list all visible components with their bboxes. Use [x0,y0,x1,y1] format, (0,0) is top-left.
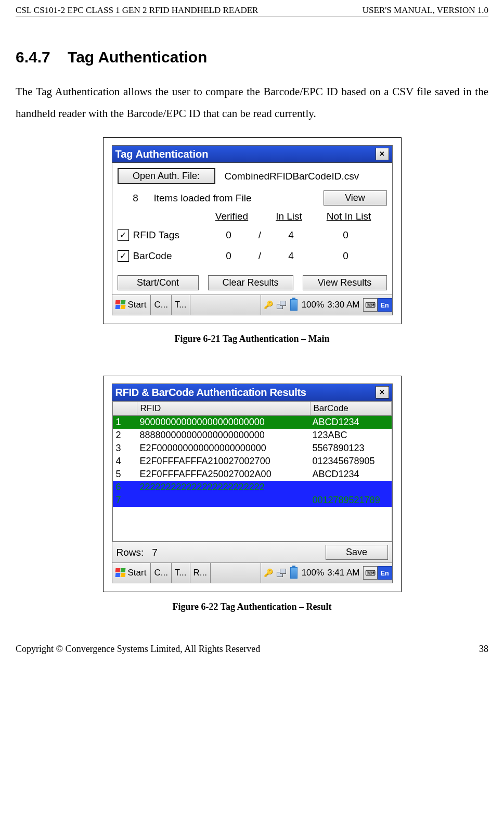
clear-results-button[interactable]: Clear Results [208,275,293,290]
cell-barcode: 012345678905 [309,455,392,468]
items-loaded-label: Items loaded from File [154,193,324,204]
results-bottom-bar: Rows: 7 Save [112,542,392,562]
page-header: CSL CS101-2 EPC CLASS 1 GEN 2 RFID HANDH… [16,5,488,17]
rows-label: Rows: [117,547,144,558]
battery-percent: 100% [302,300,324,310]
cell-index: 1 [113,416,137,429]
table-row[interactable]: 70012789521789 [113,494,392,507]
close-icon[interactable]: × [376,148,389,160]
results-window: RFID & BarCode Authentication Results × … [112,383,393,583]
barcode-notinlist: 0 [317,250,374,262]
cell-barcode: 5567890123 [309,442,392,455]
cell-index: 7 [113,494,137,507]
table-row[interactable]: 2888800000000000000000000123ABC [113,429,392,442]
header-right: USER'S MANUAL, VERSION 1.0 [363,5,488,16]
close-icon[interactable]: × [376,386,389,399]
window-title: Tag Authentication [115,148,376,160]
keyboard-icon[interactable]: ⌨ [363,566,378,580]
save-button[interactable]: Save [326,545,388,560]
cell-index: 3 [113,442,137,455]
rfid-checkbox[interactable]: ✓ [118,229,129,241]
taskbar: Start C... T... R... 🔑 100% 3:41 AM ⌨ En [112,562,392,583]
key-icon[interactable]: 🔑 [264,568,274,578]
barcode-checkbox[interactable]: ✓ [118,250,129,262]
clock: 3:30 AM [327,300,359,310]
table-row[interactable]: 4E2F0FFFAFFFA210027002700012345678905 [113,455,392,468]
cell-index: 2 [113,429,137,442]
view-results-button[interactable]: View Results [303,275,387,290]
input-language-indicator[interactable]: En [378,298,392,312]
rfid-inlist: 4 [265,229,317,241]
cell-rfid [137,494,309,507]
col-rfid: RFID [137,402,311,415]
figure-2-caption: Figure 6-22 Tag Authentication – Result [16,601,488,612]
start-menu-button[interactable]: Start [112,295,151,315]
col-barcode: BarCode [311,402,392,415]
key-icon[interactable]: 🔑 [264,300,274,310]
items-count: 8 [118,193,154,204]
system-tray: 🔑 100% 3:41 AM [261,563,363,583]
table-row[interactable]: 6222222222222222222222222 [113,481,392,494]
cell-index: 5 [113,468,137,481]
cell-barcode [309,481,392,494]
barcode-inlist: 4 [265,250,317,262]
footer-left: Copyright © Convergence Systems Limited,… [16,644,260,655]
window-titlebar[interactable]: Tag Authentication × [112,146,392,163]
col-notinlist: Not In List [315,211,383,222]
cell-barcode: ABCD1234 [309,416,392,429]
start-label: Start [128,568,147,578]
cell-rfid: E2F0FFFAFFFA250027002A00 [137,468,309,481]
windows-logo-icon [115,568,126,578]
start-menu-button[interactable]: Start [112,563,151,583]
col-inlist: In List [263,211,315,222]
auth-file-name: CombinedRFIDBarCodeID.csv [225,171,359,182]
figure-1-frame: Tag Authentication × Open Auth. File: Co… [103,137,402,324]
table-row[interactable]: 5E2F0FFFAFFFA250027002A00ABCD1234 [113,468,392,481]
cell-rfid: E2F0FFFAFFFA210027002700 [137,455,309,468]
section-heading: 6.4.7 Tag Authentication [16,48,488,66]
taskbar-item-t[interactable]: T... [172,563,190,583]
window-title: RFID & BarCode Authentication Results [115,387,376,399]
rfid-verified: 0 [203,229,255,241]
rows-value: 7 [152,547,158,558]
taskbar-item-r[interactable]: R... [190,563,211,583]
network-icon[interactable] [277,568,286,578]
cell-rfid: 222222222222222222222222 [137,481,309,494]
battery-percent: 100% [302,568,324,578]
taskbar-item-t[interactable]: T... [172,295,190,315]
view-button[interactable]: View [324,190,387,206]
rfid-notinlist: 0 [317,229,374,241]
cell-barcode: 123ABC [309,429,392,442]
window-titlebar[interactable]: RFID & BarCode Authentication Results × [112,384,392,401]
battery-icon[interactable] [289,300,299,310]
clock: 3:41 AM [327,568,359,578]
rfid-row-label: RFID Tags [133,229,203,241]
battery-icon[interactable] [289,568,299,578]
slash-2: / [255,250,265,262]
input-language-indicator[interactable]: En [378,566,392,580]
barcode-row-label: BarCode [133,250,203,262]
cell-rfid: E2F000000000000000000000 [137,442,309,455]
cell-index: 6 [113,481,137,494]
table-row[interactable]: 1900000000000000000000000ABCD1234 [113,416,392,429]
barcode-verified: 0 [203,250,255,262]
taskbar: Start C... T... 🔑 100% 3:30 AM ⌨ En [112,295,392,315]
page-footer: Copyright © Convergence Systems Limited,… [16,644,488,655]
start-cont-button[interactable]: Start/Cont [118,275,199,290]
section-number: 6.4.7 [16,48,50,66]
header-left: CSL CS101-2 EPC CLASS 1 GEN 2 RFID HANDH… [16,5,258,16]
open-auth-file-button[interactable]: Open Auth. File: [118,168,215,184]
taskbar-item-c[interactable]: C... [151,295,171,315]
cell-barcode: 0012789521789 [309,494,392,507]
taskbar-item-c[interactable]: C... [151,563,171,583]
system-tray: 🔑 100% 3:30 AM [261,295,363,315]
windows-logo-icon [115,300,126,310]
figure-1-caption: Figure 6-21 Tag Authentication – Main [16,334,488,344]
intro-paragraph: The Tag Authentication allows the user t… [16,81,488,124]
col-verified: Verified [201,211,263,222]
keyboard-icon[interactable]: ⌨ [363,298,378,312]
results-list[interactable]: RFID BarCode 1900000000000000000000000AB… [112,401,392,542]
cell-index: 4 [113,455,137,468]
network-icon[interactable] [277,300,286,310]
table-row[interactable]: 3E2F0000000000000000000005567890123 [113,442,392,455]
